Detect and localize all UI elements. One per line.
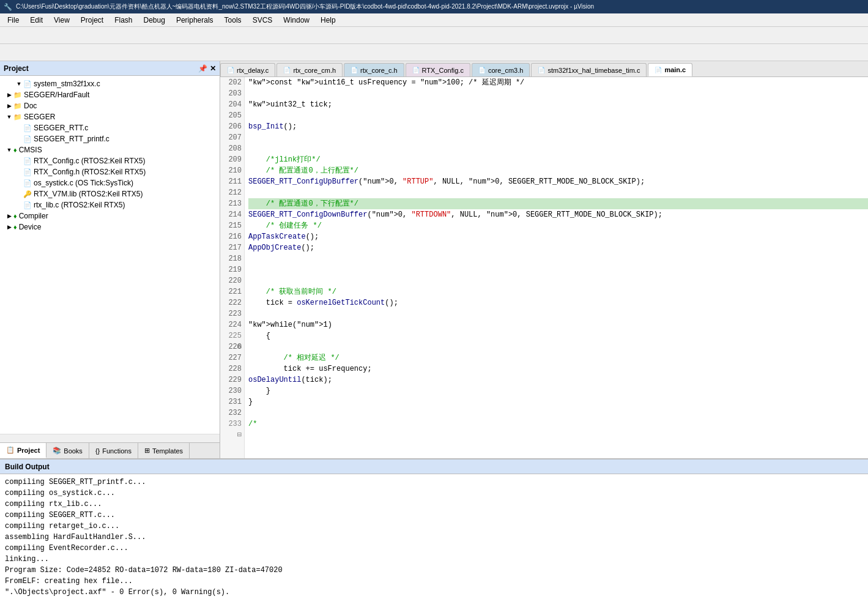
tab-file-icon: 📄 [538,67,545,73]
tree-item[interactable]: ▼📄system_stm32f1xx.c [0,78,220,89]
tab-file-icon: 📄 [412,67,420,73]
tree-expander[interactable]: ▶ [5,92,13,98]
tree-expander[interactable]: ▼ [15,81,23,87]
code-line [248,88,868,99]
line-number: 232 [220,407,244,419]
code-content[interactable]: "kw">const "kw">uint16_t usFrequency = "… [245,77,868,458]
tab-label: rtx_core_c.h [360,67,398,74]
tree-icon: 📄 [23,179,32,187]
tree-item[interactable]: ▶📁SEGGER/HardFault [0,89,220,100]
tree-icon: 📄 [23,201,32,209]
build-line: compiling EventRecorder.c... [5,543,863,554]
code-line: /* 配置通道0，上行配置*/ [248,165,868,176]
line-number: 206 [220,121,244,132]
code-line: bsp_Init(); [248,121,868,132]
tree-item[interactable]: ▶♦Device [0,221,220,233]
tree-horizontal-scroll[interactable] [0,434,220,442]
code-tabs-bar: 📄rtx_delay.c📄rtx_core_cm.h📄rtx_core_c.h📄… [220,61,868,77]
tree-icon: 📄 [23,124,32,132]
menu-item-flash[interactable]: Flash [109,15,137,26]
code-line [248,110,868,121]
build-line: ".\Objects\project.axf" - 0 Error(s), 0 … [5,587,863,598]
build-line: Program Size: Code=24852 RO-data=1072 RW… [5,565,863,576]
line-numbers: 2022032042052062072082092102112122132142… [220,77,245,458]
menu-item-edit[interactable]: Edit [25,15,48,26]
toolbar-2 [0,44,868,61]
code-line [248,407,868,419]
tree-item[interactable]: 📄rtx_lib.c (RTOS2:Keil RTX5) [0,199,220,210]
tree-item[interactable]: 📄SEGGER_RTT_printf.c [0,133,220,144]
line-number: 226 [220,341,244,352]
menu-item-tools[interactable]: Tools [220,15,247,26]
tab-file-icon: 📄 [351,67,358,73]
tree-item[interactable]: 📄RTX_Config.h (RTOS2:Keil RTX5) [0,166,220,177]
tree-item[interactable]: 📄SEGGER_RTT.c [0,122,220,133]
tree-item[interactable]: ▶♦Compiler [0,210,220,221]
tree-label: os_systick.c (OS Tick:SysTick) [34,179,133,187]
close-project-button[interactable]: ✕ [210,64,216,73]
menu-item-file[interactable]: File [2,15,24,26]
left-panel-tabs: 📋Project📚Books{}Functions⊞Templates [0,442,220,458]
tree-expander[interactable]: ▼ [5,147,13,153]
main-layout: Project 📌 ✕ ▼📄system_stm32f1xx.c▶📁SEGGER… [0,61,868,458]
left-tab-functions[interactable]: {}Functions [89,443,138,458]
tree-item[interactable]: 🔑RTX_V7M.lib (RTOS2:Keil RTX5) [0,188,220,199]
code-line [248,308,868,319]
left-tab-label: Project [17,447,40,454]
line-number: 209 [220,154,244,165]
menu-item-debug[interactable]: Debug [139,15,170,26]
code-line [248,264,868,275]
code-line: /* [248,419,868,430]
left-tab-books[interactable]: 📚Books [46,443,89,458]
line-number: 228 [220,363,244,374]
tree-label: RTX_Config.h (RTOS2:Keil RTX5) [34,168,146,176]
line-number: 218 [220,253,244,264]
code-tab-rtx_delay-c[interactable]: 📄rtx_delay.c [220,63,275,76]
tree-label: SEGGER_RTT_printf.c [34,135,109,143]
tab-label: rtx_core_cm.h [293,67,336,74]
menu-item-help[interactable]: Help [316,15,341,26]
code-tab-rtx_core_cm-h[interactable]: 📄rtx_core_cm.h [276,63,343,76]
code-tab-RTX_Config-c[interactable]: 📄RTX_Config.c [406,63,470,76]
code-line [248,341,868,352]
tree-item[interactable]: 📄os_systick.c (OS Tick:SysTick) [0,177,220,188]
tree-expander[interactable]: ▼ [5,114,13,120]
tree-icon: 📁 [13,102,22,110]
code-tab-core_cm3-h[interactable]: 📄core_cm3.h [472,63,530,76]
menu-item-project[interactable]: Project [76,15,108,26]
tree-label: SEGGER [24,113,55,121]
menu-bar: FileEditViewProjectFlashDebugPeripherals… [0,13,868,27]
code-line [248,275,868,286]
code-line [248,187,868,198]
code-tab-stm32f1xx_hal_timebase_tim-c[interactable]: 📄stm32f1xx_hal_timebase_tim.c [531,63,647,76]
left-tab-templates[interactable]: ⊞Templates [138,443,190,458]
project-title: Project [4,64,29,73]
left-tab-project[interactable]: 📋Project [0,443,46,458]
build-line: compiling rtx_lib.c... [5,499,863,510]
tree-expander[interactable]: ▶ [5,103,13,109]
build-line: assembling HardFaultHandler.S... [5,532,863,543]
tree-item[interactable]: ▼♦CMSIS [0,144,220,155]
tree-item[interactable]: 📄RTX_Config.c (RTOS2:Keil RTX5) [0,155,220,166]
tree-icon: 📄 [23,157,32,165]
code-tab-rtx_core_c-h[interactable]: 📄rtx_core_c.h [344,63,404,76]
code-tab-main-c[interactable]: 📄main.c [648,63,692,76]
tree-label: RTX_V7M.lib (RTOS2:Keil RTX5) [34,190,143,198]
code-line: AppObjCreate(); [248,242,868,253]
line-number: 207 [220,132,244,143]
code-line [248,253,868,264]
tree-label: Device [19,223,42,231]
menu-item-peripherals[interactable]: Peripherals [171,15,218,26]
tree-item[interactable]: ▶📁Doc [0,100,220,111]
menu-item-view[interactable]: View [49,15,75,26]
tree-label: SEGGER_RTT.c [34,124,88,132]
tree-item[interactable]: ▼📁SEGGER [0,111,220,122]
line-number: 203 [220,88,244,99]
tree-expander[interactable]: ▶ [5,224,13,230]
tree-expander[interactable]: ▶ [5,213,13,219]
pin-button[interactable]: 📌 [198,64,207,73]
menu-item-window[interactable]: Window [278,15,314,26]
line-number: 219 [220,264,244,275]
line-number: 214 [220,209,244,220]
menu-item-svcs[interactable]: SVCS [248,15,278,26]
